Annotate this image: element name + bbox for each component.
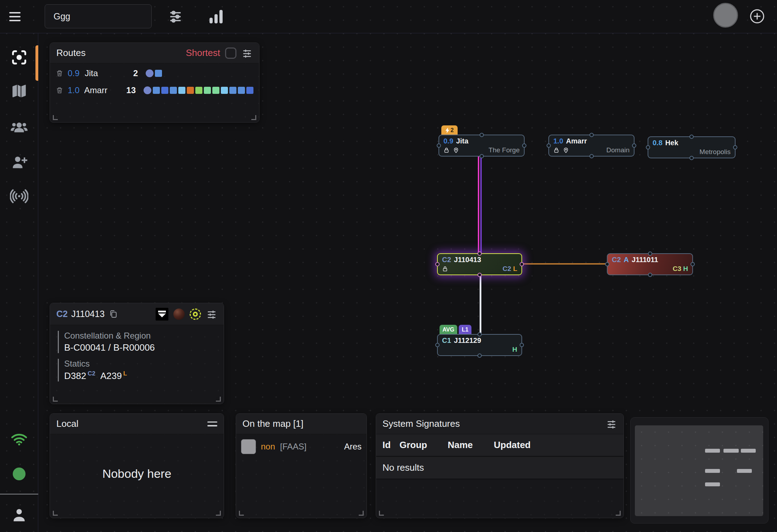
conn-dot[interactable]	[437, 143, 441, 148]
shortest-checkbox[interactable]	[225, 47, 236, 59]
route-segments	[144, 86, 253, 94]
column-id[interactable]: Id	[376, 440, 399, 451]
user-avatar[interactable]	[713, 3, 738, 28]
conn-dot[interactable]	[648, 251, 652, 256]
system-settings-icon[interactable]	[206, 309, 217, 320]
map-name-input[interactable]	[45, 4, 152, 28]
shortest-label[interactable]: Shortest	[186, 47, 220, 58]
conn-dot[interactable]	[520, 343, 524, 347]
wormhole-effect-icon[interactable]	[190, 309, 201, 320]
column-name[interactable]: Name	[448, 440, 494, 451]
local-empty-text: Nobody here	[50, 467, 224, 481]
conn-dot[interactable]	[520, 262, 524, 266]
lock-icon	[443, 147, 449, 153]
conn-dot[interactable]	[733, 145, 737, 149]
routes-settings-icon[interactable]	[241, 47, 253, 59]
local-menu-icon[interactable]	[207, 421, 217, 426]
edge-j110413-j112129[interactable]	[480, 275, 481, 334]
resize-handle[interactable]	[53, 115, 58, 120]
avg-badge: AVG	[440, 325, 457, 334]
delete-route-icon[interactable]	[56, 69, 63, 77]
add-button[interactable]	[749, 9, 765, 24]
conn-dot[interactable]	[632, 143, 636, 148]
map-filter-sliders-icon[interactable]	[167, 8, 184, 26]
jita-jumps-badge: 2	[441, 125, 458, 135]
app-root: 2 0.9Jita The Forge 1.0Amarr Domain	[0, 0, 777, 532]
conn-dot[interactable]	[689, 156, 694, 160]
route-row-amarr[interactable]: 1.0 Amarr 13	[50, 83, 259, 97]
minimap-panel[interactable]	[630, 417, 768, 523]
map-node-hek[interactable]: 0.8Hek Metropolis	[648, 136, 736, 158]
sov-faction-icon[interactable]	[156, 308, 168, 321]
map-node-jita[interactable]: 0.9Jita The Forge	[438, 135, 525, 157]
on-the-map-header: On the map [1]	[236, 414, 367, 434]
sidebar-divider	[0, 494, 38, 494]
conn-dot[interactable]	[435, 262, 440, 266]
conn-dot[interactable]	[480, 154, 484, 158]
sidebar-item-add-character[interactable]	[0, 145, 38, 179]
conn-dot[interactable]	[477, 273, 482, 277]
menu-icon[interactable]	[9, 12, 21, 21]
sidebar-item-broadcast[interactable]	[0, 179, 38, 213]
resize-handle[interactable]	[53, 397, 58, 402]
conn-dot[interactable]	[605, 262, 609, 266]
left-sidebar	[0, 33, 38, 532]
lock-icon	[553, 147, 559, 153]
edge-jita-j110413-frig[interactable]	[478, 157, 479, 254]
statics-section: Statics D382C2A239L	[58, 359, 224, 381]
route-jump-count: 2	[123, 68, 138, 78]
resize-handle[interactable]	[216, 511, 221, 516]
route-row-jita[interactable]: 0.9 Jita 2	[50, 66, 259, 80]
pilot-ship: Ares	[344, 442, 362, 452]
conn-dot[interactable]	[689, 135, 694, 139]
minimap-node-bar	[705, 469, 720, 473]
edge-j110413-j111011[interactable]	[522, 263, 607, 265]
focus-icon	[10, 48, 28, 67]
conn-dot[interactable]	[691, 262, 695, 266]
sidebar-item-tracking[interactable]	[0, 40, 38, 74]
copy-icon[interactable]	[109, 310, 118, 318]
minimap-node-bar	[705, 482, 720, 486]
column-updated[interactable]: Updated	[494, 440, 550, 451]
resize-handle[interactable]	[616, 511, 621, 516]
sidebar-item-characters[interactable]	[0, 111, 38, 145]
edge-jita-j110413[interactable]	[480, 157, 482, 254]
resize-handle[interactable]	[359, 511, 364, 516]
column-group[interactable]: Group	[399, 440, 448, 451]
map-node-amarr[interactable]: 1.0Amarr Domain	[548, 135, 635, 157]
pilot-row[interactable]: non [FAAS] Ares	[236, 434, 367, 459]
conn-dot[interactable]	[522, 143, 526, 148]
resize-handle[interactable]	[239, 511, 244, 516]
conn-dot[interactable]	[480, 133, 484, 137]
conn-dot[interactable]	[547, 143, 551, 148]
minimap-viewport[interactable]	[635, 425, 763, 516]
map-node-j110413[interactable]: C2J110413 C2 L	[437, 253, 522, 275]
signatures-settings-icon[interactable]	[606, 418, 617, 430]
sidebar-item-maps[interactable]	[0, 74, 38, 108]
conn-dot[interactable]	[646, 145, 650, 149]
on-the-map-title: On the map [1]	[242, 418, 303, 429]
planet-thumbnail[interactable]	[173, 309, 185, 320]
conn-dot[interactable]	[435, 343, 440, 347]
sidebar-item-profile[interactable]	[0, 498, 38, 532]
on-the-map-panel: On the map [1] non [FAAS] Ares	[236, 413, 367, 518]
online-status-dot	[0, 457, 38, 491]
conn-dot[interactable]	[477, 332, 482, 336]
conn-dot[interactable]	[648, 273, 652, 277]
delete-route-icon[interactable]	[56, 86, 63, 94]
conn-dot[interactable]	[477, 353, 482, 358]
conn-dot[interactable]	[589, 133, 594, 137]
resize-handle[interactable]	[379, 511, 384, 516]
map-node-j111011[interactable]: C2AJ111011 C3 H	[607, 253, 693, 275]
resize-handle[interactable]	[216, 397, 221, 402]
stats-chart-icon[interactable]	[207, 8, 225, 26]
routes-title: Routes	[56, 47, 85, 58]
conn-dot[interactable]	[589, 154, 594, 158]
resize-handle[interactable]	[251, 115, 256, 120]
route-destination: Jita	[85, 68, 123, 78]
conn-dot[interactable]	[477, 251, 482, 256]
resize-handle[interactable]	[53, 511, 58, 516]
system-info-header: C2 J110413	[50, 303, 224, 325]
route-jump-count: 13	[121, 85, 136, 95]
map-node-j112129[interactable]: C1J112129 H	[437, 334, 522, 356]
